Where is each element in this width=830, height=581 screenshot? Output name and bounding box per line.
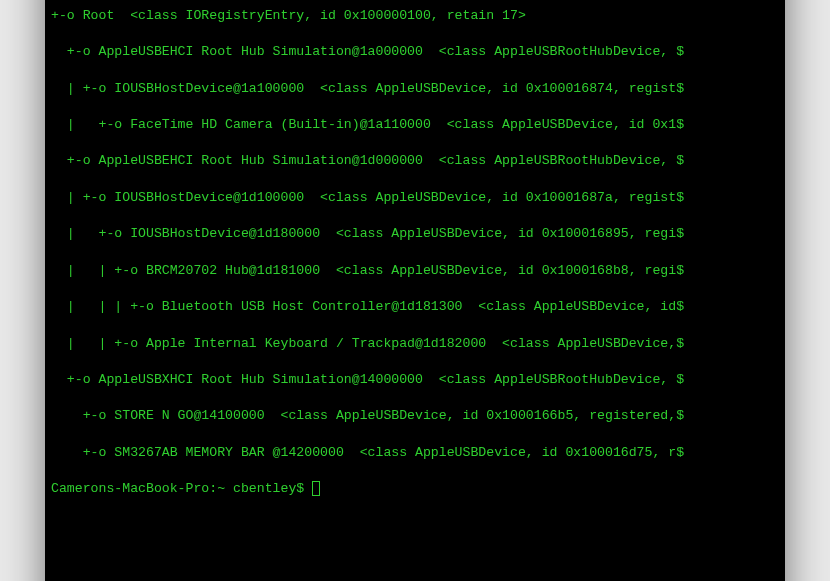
output-line: +-o AppleUSBXHCI Root Hub Simulation@140… bbox=[51, 371, 779, 389]
output-line: +-o SM3267AB MEMORY BAR @14200000 <class… bbox=[51, 444, 779, 462]
output-line: | | +-o Apple Internal Keyboard / Trackp… bbox=[51, 335, 779, 353]
terminal-window: ⌂ cbentley — -bash — 80×24 Camerons-MacB… bbox=[45, 0, 785, 581]
output-line: | +-o IOUSBHostDevice@1a100000 <class Ap… bbox=[51, 80, 779, 98]
output-line: +-o Root <class IORegistryEntry, id 0x10… bbox=[51, 7, 779, 25]
terminal-body[interactable]: Camerons-MacBook-Pro:~ cbentley$ ioreg -… bbox=[45, 0, 785, 581]
output-line: +-o STORE N GO@14100000 <class AppleUSBD… bbox=[51, 407, 779, 425]
prompt-symbol: $ bbox=[296, 481, 304, 496]
prompt-host: Camerons-MacBook-Pro:~ bbox=[51, 481, 225, 496]
cursor-icon bbox=[312, 481, 320, 496]
output-line: | | +-o BRCM20702 Hub@1d181000 <class Ap… bbox=[51, 262, 779, 280]
output-line: +-o AppleUSBEHCI Root Hub Simulation@1d0… bbox=[51, 152, 779, 170]
output-line: +-o AppleUSBEHCI Root Hub Simulation@1a0… bbox=[51, 43, 779, 61]
output-line: | +-o IOUSBHostDevice@1d180000 <class Ap… bbox=[51, 225, 779, 243]
prompt-user: cbentley bbox=[233, 481, 296, 496]
output-line: | +-o IOUSBHostDevice@1d100000 <class Ap… bbox=[51, 189, 779, 207]
prompt-line-2: Camerons-MacBook-Pro:~ cbentley$ bbox=[51, 480, 779, 498]
output-line: | | | +-o Bluetooth USB Host Controller@… bbox=[51, 298, 779, 316]
output-line: | +-o FaceTime HD Camera (Built-in)@1a11… bbox=[51, 116, 779, 134]
